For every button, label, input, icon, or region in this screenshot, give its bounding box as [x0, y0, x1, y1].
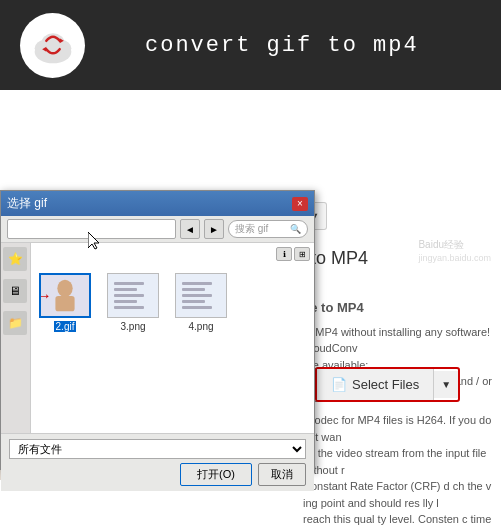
doc-icon-highlighted: 📄	[331, 377, 347, 392]
arrow-icon: →	[39, 287, 52, 305]
dialog-sidebar: ⭐ 🖥 📁	[1, 243, 31, 433]
dialog-filetype-select[interactable]: 所有文件	[9, 439, 306, 459]
dialog-close-button[interactable]: ×	[292, 197, 308, 211]
files-grid: → 2.gif 3.png	[39, 273, 306, 332]
dialog-titlebar: 选择 gif ×	[1, 191, 314, 216]
view-icon-grid[interactable]: ⊞	[294, 247, 310, 261]
dialog-bottom: 所有文件 打开(O) 取消	[1, 433, 314, 491]
dialog-open-button[interactable]: 打开(O)	[180, 463, 252, 486]
file-dialog: 选择 gif × ◄ ► 搜索 gif 🔍 ⭐ 🖥 📁 ℹ ⊞	[0, 190, 315, 470]
sidebar-icon-1[interactable]: ⭐	[3, 247, 27, 271]
file-thumb-png3	[107, 273, 159, 318]
file-name-png4: 4.png	[188, 321, 213, 332]
dialog-cancel-button[interactable]: 取消	[258, 463, 306, 486]
dialog-back-button[interactable]: ◄	[180, 219, 200, 239]
dialog-main: ⭐ 🖥 📁 ℹ ⊞	[1, 243, 314, 433]
right-text-area: ile to MP4 to MP4 without installing any…	[295, 290, 501, 528]
select-files-arrow-highlighted[interactable]: ▼	[434, 371, 458, 398]
dialog-filetype-row: 所有文件	[9, 439, 306, 459]
dialog-view-icons: ℹ ⊞	[276, 247, 310, 261]
view-icon-info[interactable]: ℹ	[276, 247, 292, 261]
svg-point-7	[57, 280, 72, 297]
file-thumb-png4	[175, 273, 227, 318]
file-name-gif: 2.gif	[54, 321, 77, 332]
sidebar-icon-2[interactable]: 🖥	[3, 279, 27, 303]
logo	[20, 13, 85, 78]
search-icon: 🔍	[290, 224, 301, 234]
page-title: convert gif to mp4	[145, 33, 419, 58]
list-item[interactable]: 4.png	[175, 273, 227, 332]
list-item[interactable]: 3.png	[107, 273, 159, 332]
file-thumb-gif: →	[39, 273, 91, 318]
sidebar-icon-3[interactable]: 📁	[3, 311, 27, 335]
dialog-path-bar	[7, 219, 176, 239]
select-files-highlighted: 📄 Select Files ▼	[315, 367, 460, 402]
header: convert gif to mp4	[0, 0, 501, 90]
dialog-title: 选择 gif	[7, 195, 47, 212]
list-item[interactable]: → 2.gif	[39, 273, 91, 332]
select-files-button-highlighted[interactable]: 📄 Select Files	[317, 369, 434, 400]
dialog-files-area: ℹ ⊞ → 2.gif	[31, 243, 314, 433]
dialog-toolbar: ◄ ► 搜索 gif 🔍	[1, 216, 314, 243]
dialog-forward-button[interactable]: ►	[204, 219, 224, 239]
svg-rect-8	[55, 296, 74, 311]
dialog-buttons: 打开(O) 取消	[9, 463, 306, 486]
file-name-png3: 3.png	[120, 321, 145, 332]
search-box[interactable]: 搜索 gif 🔍	[228, 220, 308, 238]
